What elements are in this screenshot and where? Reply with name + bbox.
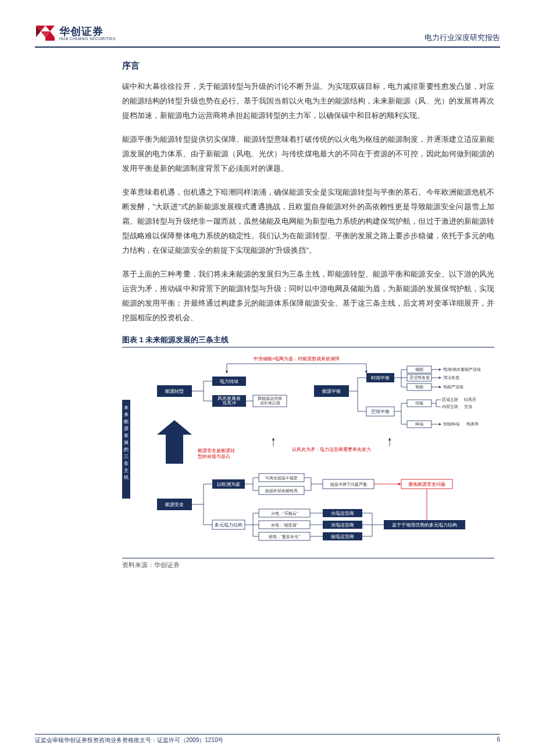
- svg-text:火电运营商: 火电运营商: [331, 511, 354, 516]
- content-body: 序言 碳中和大幕徐徐拉开，关于能源转型与升级的讨论不断升温。为实现双碳目标，电力…: [122, 60, 494, 569]
- diagram-caption-top: 中游储能+电网为盾：对能源形成有效保障: [254, 356, 340, 361]
- footer-disclaimer: 证监会审核华创证券投资咨询业务资格批文号：证监许可（2009）1210号: [35, 736, 224, 744]
- page-header: 华创证券 HUA CHUANG SECURITIES 电力行业深度研究报告: [35, 23, 500, 48]
- svg-text:多元电力结构: 多元电力结构: [215, 522, 242, 528]
- svg-text:能源平衡: 能源平衡: [322, 389, 341, 394]
- svg-marker-62: [398, 483, 401, 485]
- page-footer: 证监会审核华创证券投资咨询业务资格批文号：证监许可（2009）1210号 6: [35, 734, 500, 744]
- svg-text:以风光为矛：电力运营商需要率先发力: 以风光为矛：电力运营商需要率先发力: [292, 447, 371, 452]
- svg-text:避免能源安全问题: 避免能源安全问题: [408, 482, 445, 487]
- svg-text:能源安全是能源转型的前提与基石: 能源安全是能源转型的前提与基石: [198, 448, 235, 459]
- svg-text:灵活性改造: 灵活性改造: [409, 375, 430, 380]
- svg-text:水电运营商: 水电运营商: [331, 522, 354, 528]
- figure-title: 图表 1 未来能源发展的三条主线: [122, 335, 494, 347]
- svg-marker-28: [439, 377, 441, 379]
- svg-text:氢能产业链: 氢能产业链: [443, 385, 463, 389]
- svg-text:特高压: 特高压: [464, 397, 476, 402]
- svg-text:能源卡脖子问题严重: 能源卡脖子问题严重: [330, 482, 367, 486]
- company-logo: 华创证券 HUA CHUANG SECURITIES: [35, 23, 116, 43]
- paragraph: 碳中和大幕徐徐拉开，关于能源转型与升级的讨论不断升温。为实现双碳目标，电力减排重…: [122, 80, 494, 123]
- svg-text:核电："重要补充": 核电："重要补充": [268, 535, 300, 539]
- svg-text:终端: 终端: [415, 422, 423, 426]
- svg-text:清洁改造: 清洁改造: [443, 375, 459, 380]
- svg-marker-7: [226, 371, 228, 374]
- paragraph: 基于上面的三种考量，我们将未来能源的发展归为三条主线，即能源转型、能源平衡和能源…: [122, 267, 494, 325]
- svg-rect-46: [166, 435, 183, 464]
- svg-marker-29: [439, 386, 441, 388]
- svg-text:新能源运营商成长性凸显: 新能源运营商成长性凸显: [258, 396, 282, 405]
- svg-text:电表等: 电表等: [466, 422, 479, 426]
- svg-text:火电："压舱石": 火电："压舱石": [271, 511, 298, 515]
- svg-marker-47: [157, 420, 192, 435]
- logo-icon: [35, 23, 56, 43]
- svg-text:能源安全: 能源安全: [165, 502, 184, 507]
- svg-marker-1: [45, 26, 55, 31]
- svg-text:空间平衡: 空间平衡: [371, 409, 390, 414]
- svg-text:电池/抽水蓄能产业链: 电池/抽水蓄能产业链: [443, 367, 481, 371]
- svg-marker-27: [439, 368, 441, 371]
- svg-text:时间平衡: 时间平衡: [371, 375, 390, 381]
- svg-text:未来能源发展的三条主线: 未来能源发展的三条主线: [124, 405, 129, 480]
- svg-text:传输: 传输: [415, 401, 423, 406]
- page-number: 6: [497, 736, 500, 744]
- paragraph: 能源平衡为能源转型提供切实保障。能源转型意味着打破传统的以火电为枢纽的能源制度，…: [122, 132, 494, 176]
- svg-text:核电运营商: 核电运营商: [330, 534, 354, 539]
- svg-text:内部互联: 内部互联: [442, 404, 458, 409]
- figure-source: 资料来源：华创证券: [122, 561, 494, 569]
- svg-text:氢能: 氢能: [415, 385, 423, 389]
- section-title: 序言: [122, 60, 494, 71]
- svg-text:以欧洲为鉴: 以欧洲为鉴: [217, 482, 240, 487]
- logo-text-cn: 华创证券: [59, 26, 116, 37]
- svg-marker-50: [272, 438, 274, 440]
- paragraph: 变革意味着机遇，但机遇之下暗潮同样汹涌，确保能源安全是实现能源转型与平衡的基石。…: [122, 185, 494, 258]
- svg-text:电力转绿: 电力转绿: [220, 379, 238, 384]
- svg-text:区域互联: 区域互联: [442, 397, 458, 402]
- svg-text:基于于地理优势的多元电力结构: 基于于地理优势的多元电力结构: [392, 522, 457, 528]
- document-type: 电力行业深度研究报告: [425, 33, 500, 43]
- svg-marker-51: [388, 438, 391, 440]
- flow-diagram: 未来能源发展的三条主线 中游储能+电网为盾：对能源形成有效保障 能源转型 电力转…: [122, 353, 494, 558]
- logo-text-en: HUA CHUANG SECURITIES: [59, 37, 116, 41]
- svg-text:储能: 储能: [415, 367, 423, 371]
- svg-text:智能终端: 智能终端: [443, 422, 459, 426]
- svg-text:能源外部依赖性高: 能源外部依赖性高: [265, 489, 298, 493]
- svg-text:可再生能源不稳定: 可再生能源不稳定: [265, 476, 298, 480]
- svg-text:能源转型: 能源转型: [165, 389, 184, 394]
- svg-text:交流: 交流: [464, 404, 472, 409]
- svg-text:水电："稳定器": 水电："稳定器": [271, 523, 298, 527]
- svg-marker-43: [439, 423, 441, 425]
